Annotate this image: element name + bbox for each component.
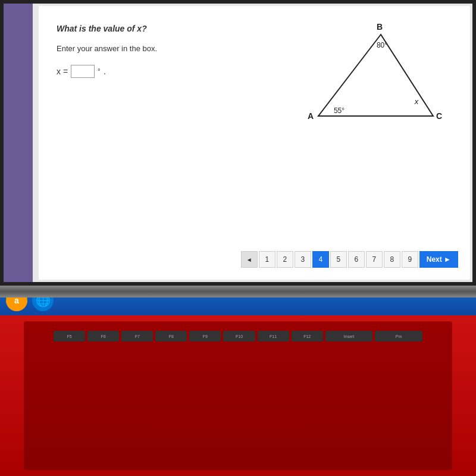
triangle-svg: B 80° A 55° C x [286, 18, 452, 137]
f10-key[interactable]: F10 [223, 331, 255, 342]
laptop-body: F5 F6 F7 F8 F9 F10 F11 F12 Insert Prn [0, 315, 476, 476]
insert-key[interactable]: Insert [325, 331, 373, 342]
page-4-button[interactable]: 4 [312, 251, 329, 268]
keyboard-area: F5 F6 F7 F8 F9 F10 F11 F12 Insert Prn [24, 321, 452, 470]
f11-key[interactable]: F11 [258, 331, 289, 342]
page-3-button[interactable]: 3 [295, 251, 311, 268]
prev-button[interactable]: ◄ [241, 251, 258, 268]
answer-input[interactable] [71, 65, 95, 78]
page-8-button[interactable]: 8 [384, 251, 400, 268]
vertex-a-label: A [308, 111, 314, 121]
vertex-c-label: C [436, 111, 442, 121]
main-panel: What is the value of x? Enter your answe… [39, 6, 470, 280]
question-text-after: ? [142, 24, 147, 33]
pagination-bar: ◄ 1 2 3 4 5 6 7 8 9 Next ► [241, 251, 458, 268]
f12-key[interactable]: F12 [292, 331, 323, 342]
browser-content: What is the value of x? Enter your answe… [33, 0, 476, 286]
page-9-button[interactable]: 9 [402, 251, 418, 268]
page-1-button[interactable]: 1 [259, 251, 275, 268]
triangle-diagram: B 80° A 55° C x [286, 18, 452, 137]
question-variable: x [137, 24, 142, 33]
prtsc-key[interactable]: Prn [375, 331, 422, 342]
left-sidebar [0, 0, 33, 286]
f9-key[interactable]: F9 [189, 331, 221, 342]
hinge-bar [0, 286, 476, 298]
f8-key[interactable]: F8 [155, 331, 187, 342]
f5-key[interactable]: F5 [54, 331, 85, 342]
question-text-before: What is the value of [57, 24, 137, 33]
page-5-button[interactable]: 5 [330, 251, 347, 268]
page-7-button[interactable]: 7 [366, 251, 383, 268]
side-x-label: x [414, 97, 419, 106]
angle-b-label: 80° [377, 41, 387, 49]
f7-key[interactable]: F7 [121, 331, 153, 342]
fn-keys-row: F5 F6 F7 F8 F9 F10 F11 F12 Insert Prn [54, 330, 422, 342]
answer-label: x = [57, 67, 68, 76]
angle-a-label: 55° [334, 107, 345, 115]
next-button[interactable]: Next ► [419, 251, 458, 268]
page-6-button[interactable]: 6 [348, 251, 365, 268]
period: . [104, 67, 106, 76]
screen-area: What is the value of x? Enter your answe… [0, 0, 476, 286]
degree-symbol: ° [98, 67, 101, 76]
vertex-b-label: B [377, 22, 383, 32]
f6-key[interactable]: F6 [87, 331, 119, 342]
page-2-button[interactable]: 2 [277, 251, 293, 268]
